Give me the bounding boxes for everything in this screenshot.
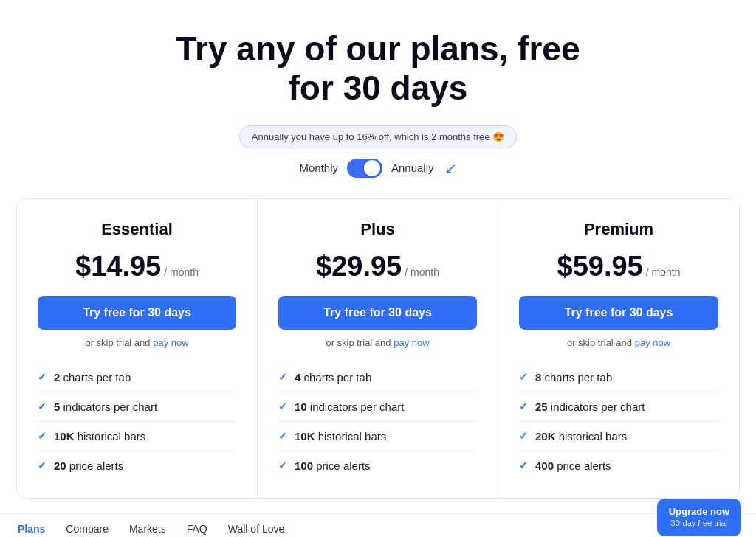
- feature-item-essential-3: ✓ 20 price alerts: [38, 451, 236, 480]
- skip-trial-essential: or skip trial and pay now: [85, 337, 188, 348]
- check-icon-essential-3: ✓: [38, 460, 47, 471]
- upgrade-btn-line2: 30-day free trial: [669, 518, 729, 528]
- nav-link-compare[interactable]: Compare: [66, 523, 109, 535]
- page-title: Try any of our plans, free for 30 days: [171, 30, 585, 108]
- feature-item-premium-3: ✓ 400 price alerts: [519, 451, 718, 480]
- feature-text-essential-1: 5 indicators per chart: [54, 401, 157, 413]
- plan-name-premium: Premium: [584, 220, 653, 239]
- arrow-annotation: ↙: [444, 159, 457, 177]
- check-icon-premium-2: ✓: [519, 430, 528, 442]
- feature-text-plus-2: 10K historical bars: [295, 430, 386, 443]
- feature-text-plus-0: 4 charts per tab: [295, 371, 371, 384]
- feature-item-plus-2: ✓ 10K historical bars: [278, 422, 477, 451]
- feature-text-essential-3: 20 price alerts: [54, 460, 123, 472]
- nav-link-faq[interactable]: FAQ: [187, 523, 207, 535]
- check-icon-plus-2: ✓: [278, 430, 287, 442]
- check-icon-essential-1: ✓: [38, 401, 47, 412]
- plan-price-plus: $29.95: [316, 251, 402, 283]
- features-list-plus: ✓ 4 charts per tab ✓ 10 indicators per c…: [278, 363, 477, 480]
- plan-name-essential: Essential: [101, 220, 173, 239]
- bottom-nav: PlansCompareMarketsFAQWall of Love Upgra…: [0, 513, 756, 537]
- skip-trial-premium: or skip trial and pay now: [567, 337, 670, 348]
- feature-item-premium-1: ✓ 25 indicators per chart: [519, 392, 718, 422]
- nav-link-plans[interactable]: Plans: [18, 523, 45, 535]
- feature-text-essential-0: 2 charts per tab: [54, 371, 131, 384]
- features-list-premium: ✓ 8 charts per tab ✓ 25 indicators per c…: [519, 363, 718, 480]
- pay-now-link-premium[interactable]: pay now: [635, 337, 670, 348]
- promo-badge-text: Annually you have up to 16% off, which i…: [252, 131, 504, 142]
- check-icon-plus-0: ✓: [278, 371, 287, 383]
- feature-text-premium-3: 400 price alerts: [535, 460, 611, 472]
- feature-text-premium-1: 25 indicators per chart: [535, 401, 645, 413]
- feature-item-plus-1: ✓ 10 indicators per chart: [278, 392, 477, 422]
- billing-toggle[interactable]: [347, 159, 382, 178]
- plan-period-premium: / month: [646, 266, 681, 278]
- plan-name-plus: Plus: [360, 220, 394, 239]
- feature-text-premium-2: 20K historical bars: [535, 430, 627, 443]
- plan-price-essential: $14.95: [75, 251, 161, 283]
- check-icon-premium-0: ✓: [519, 371, 528, 383]
- plan-price-row-premium: $59.95 / month: [557, 251, 681, 283]
- check-icon-plus-3: ✓: [278, 460, 287, 471]
- feature-item-essential-0: ✓ 2 charts per tab: [38, 363, 236, 392]
- feature-text-plus-1: 10 indicators per chart: [295, 401, 404, 413]
- feature-item-essential-2: ✓ 10K historical bars: [38, 422, 236, 451]
- main-content: Try any of our plans, free for 30 days A…: [0, 0, 756, 513]
- check-icon-premium-3: ✓: [519, 460, 528, 471]
- features-list-essential: ✓ 2 charts per tab ✓ 5 indicators per ch…: [38, 363, 236, 480]
- plan-period-plus: / month: [405, 266, 439, 278]
- plan-card-premium: Premium $59.95 / month Try free for 30 d…: [498, 199, 739, 498]
- nav-link-markets[interactable]: Markets: [129, 523, 166, 535]
- plan-card-essential: Essential $14.95 / month Try free for 30…: [17, 199, 258, 498]
- feature-item-premium-2: ✓ 20K historical bars: [519, 422, 718, 451]
- promo-badge: Annually you have up to 16% off, which i…: [239, 125, 517, 148]
- plan-period-essential: / month: [164, 266, 199, 278]
- feature-text-premium-0: 8 charts per tab: [535, 371, 612, 384]
- plan-card-plus: Plus $29.95 / month Try free for 30 days…: [258, 199, 498, 498]
- plan-price-row-plus: $29.95 / month: [316, 251, 439, 283]
- feature-item-plus-3: ✓ 100 price alerts: [278, 451, 477, 480]
- plan-price-row-essential: $14.95 / month: [75, 251, 199, 283]
- feature-item-plus-0: ✓ 4 charts per tab: [278, 363, 477, 392]
- plans-grid: Essential $14.95 / month Try free for 30…: [16, 198, 740, 499]
- nav-link-wall-of-love[interactable]: Wall of Love: [228, 523, 285, 535]
- pay-now-link-essential[interactable]: pay now: [153, 337, 188, 348]
- try-btn-premium[interactable]: Try free for 30 days: [519, 296, 718, 330]
- check-icon-plus-1: ✓: [278, 401, 287, 412]
- try-btn-essential[interactable]: Try free for 30 days: [38, 296, 236, 330]
- try-btn-plus[interactable]: Try free for 30 days: [278, 296, 477, 330]
- pay-now-link-plus[interactable]: pay now: [394, 337, 429, 348]
- billing-toggle-row: Monthly Annually ↙: [299, 159, 456, 178]
- nav-links: PlansCompareMarketsFAQWall of Love: [18, 523, 284, 535]
- check-icon-premium-1: ✓: [519, 401, 528, 412]
- feature-item-essential-1: ✓ 5 indicators per chart: [38, 392, 236, 422]
- annually-label: Annually: [391, 162, 434, 174]
- monthly-label: Monthly: [299, 162, 338, 174]
- toggle-knob: [364, 160, 380, 176]
- upgrade-btn-line1: Upgrade now: [669, 506, 729, 519]
- upgrade-button[interactable]: Upgrade now30-day free trial: [657, 499, 741, 536]
- check-icon-essential-0: ✓: [38, 371, 47, 383]
- plan-price-premium: $59.95: [557, 251, 643, 283]
- feature-text-plus-3: 100 price alerts: [295, 460, 371, 472]
- feature-item-premium-0: ✓ 8 charts per tab: [519, 363, 718, 392]
- feature-text-essential-2: 10K historical bars: [54, 430, 145, 443]
- skip-trial-plus: or skip trial and pay now: [326, 337, 429, 348]
- check-icon-essential-2: ✓: [38, 430, 47, 442]
